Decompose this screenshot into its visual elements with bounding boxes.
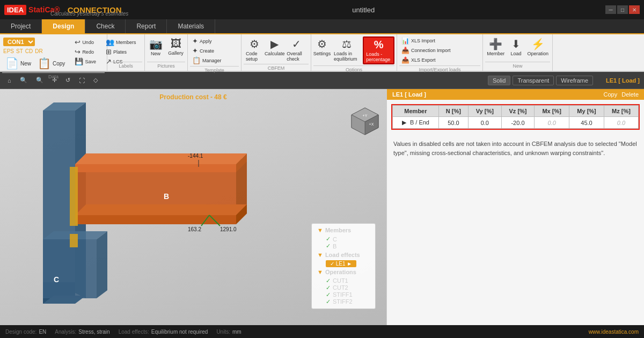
minimize-button[interactable]: ─ [605, 5, 616, 14]
zoom-fit-button[interactable]: 🔍 [17, 76, 31, 85]
analysis-value: Stress, strain [78, 329, 109, 335]
cell-mz[interactable]: 0.0 [604, 117, 638, 129]
maximize-button[interactable]: □ [617, 5, 628, 14]
apply-icon: ✦ [192, 37, 198, 45]
ribbon-group-pictures: 📷 New 🖼 Gallery Pictures [145, 34, 188, 71]
stiff2-item[interactable]: ✓STIFF2 [317, 298, 370, 305]
copy-load-button[interactable]: Copy [604, 91, 618, 98]
new-icon: 📄 [5, 57, 19, 70]
home-button[interactable]: ⌂ [4, 76, 14, 85]
xls-export-icon: 📤 [401, 56, 409, 64]
manager-button[interactable]: 📋Manager [190, 56, 224, 65]
ideastatica-link[interactable]: www.ideastatica.com [589, 329, 639, 335]
cell-member: ▶ B / End [393, 117, 439, 129]
loads-equilibrium-icon: ⚖ [342, 38, 352, 50]
code-setup-button[interactable]: ⚙ Code setup [244, 36, 265, 63]
load-table: Member N [%] Vy [%] Vz [%] Mx [%] My [%]… [392, 105, 639, 129]
code-setup-icon: ⚙ [250, 38, 259, 50]
redo-button[interactable]: ↪Redo [72, 47, 98, 56]
xls-export-button[interactable]: 📤 XLS Export [399, 56, 438, 64]
stiff2-check: ✓ [326, 298, 331, 305]
fullscreen-button[interactable]: ⛶ [76, 76, 88, 85]
cd-tab[interactable]: CD [25, 48, 33, 54]
undo-button[interactable]: ↩Undo [72, 38, 98, 47]
load-effects-arrow: ▼ [317, 252, 323, 258]
apply-button[interactable]: ✦Apply [190, 36, 214, 46]
member-c-item[interactable]: ✓ C [317, 236, 370, 243]
tab-project[interactable]: Project [0, 19, 42, 33]
con-selector[interactable]: CON1 [3, 38, 35, 46]
cell-vz[interactable]: -20.0 [501, 117, 535, 129]
pan-button[interactable]: ✛ [49, 76, 60, 85]
load-button[interactable]: ⬇ Load [507, 36, 524, 57]
cell-mx[interactable]: 0.0 [535, 117, 569, 129]
member-b-item[interactable]: ✓ B [317, 243, 370, 249]
create-button[interactable]: ✦Create [190, 46, 216, 55]
cut2-check: ✓ [326, 284, 331, 291]
cell-my[interactable]: 45.0 [569, 117, 604, 129]
close-button[interactable]: ✕ [629, 5, 640, 14]
le1-item[interactable]: ✓ LE1 ► [317, 260, 370, 267]
connection-import-button[interactable]: 📥 Connection Import [399, 46, 453, 55]
ribbon-group-options: ⚙ Settings ⚖ Loads in equilibrium % Load… [311, 34, 397, 71]
settings-button[interactable]: ⚙ Settings [313, 36, 331, 57]
cell-vy[interactable]: 0.0 [468, 117, 501, 129]
delete-load-button[interactable]: Delete [621, 91, 639, 98]
cut1-check: ✓ [326, 277, 331, 284]
gallery-button[interactable]: 🖼 Gallery [166, 36, 185, 57]
member-button[interactable]: ➕ Member [485, 36, 506, 57]
tab-materials[interactable]: Materials [167, 19, 215, 33]
operations-section: ▼ Operations [317, 269, 370, 275]
loads-percentage-button[interactable]: % Loads - percentage [363, 36, 394, 64]
right-panel: LE1 [ Load ] Copy Delete Member N [%] Vy… [386, 89, 644, 325]
member-b-check: ✓ [326, 243, 331, 249]
rotate-button[interactable]: ↺ [62, 76, 74, 85]
analysis-label: Analysis: [55, 329, 76, 335]
cut2-item[interactable]: ✓CUT2 [317, 284, 370, 291]
svg-marker-8 [75, 164, 236, 172]
zoom-icon: 🔍 [36, 77, 43, 83]
operations-header: Operations [325, 269, 356, 275]
save-button[interactable]: 💾Save [72, 57, 98, 66]
dr-tab[interactable]: DR [35, 48, 42, 54]
zoom-button[interactable]: 🔍 [33, 76, 47, 85]
expand-arrow[interactable]: ▶ [402, 119, 406, 126]
redo-icon: ↪ [75, 48, 80, 56]
calculate-button[interactable]: ▶ Calculate [266, 36, 283, 57]
view-transparent-button[interactable]: Transparent [513, 76, 554, 85]
home-icon: ⌂ [8, 77, 11, 84]
units-label: Units: [216, 329, 230, 335]
overall-check-button[interactable]: ✓ Overall check [284, 36, 309, 63]
load-effects-status-label: Load effects: [119, 329, 149, 335]
operation-button[interactable]: ⚡ Operation [525, 36, 550, 57]
status-load-effects: Load effects: Equilibrium not required [119, 329, 208, 335]
col-n: N [%] [438, 106, 468, 117]
cube-widget[interactable]: +Y +X [349, 105, 381, 137]
cut1-item[interactable]: ✓CUT1 [317, 277, 370, 284]
xls-import-button[interactable]: 📊 XLS Import [399, 36, 437, 45]
view-solid-button[interactable]: Solid [488, 76, 510, 85]
eps-tab[interactable]: EPS [3, 48, 14, 54]
window-controls[interactable]: ─ □ ✕ [605, 5, 640, 14]
svg-marker-14 [43, 239, 97, 298]
copy-icon: 📋 [38, 57, 51, 70]
cell-n[interactable]: 50.0 [438, 117, 468, 129]
load-table-container: Member N [%] Vy [%] Vz [%] Mx [%] My [%]… [391, 104, 640, 130]
tab-design[interactable]: Design [42, 19, 85, 33]
new-button[interactable]: 📄 New [3, 56, 33, 70]
col-my: My [%] [569, 106, 604, 117]
st-tab[interactable]: ST [16, 48, 23, 54]
view-wireframe-button[interactable]: Wireframe [556, 76, 593, 85]
loads-equilibrium-button[interactable]: ⚖ Loads in equilibrium [332, 36, 362, 63]
shape-button[interactable]: ◇ [90, 76, 101, 85]
viewport: Production cost - 48 € [0, 89, 386, 325]
tab-check[interactable]: Check [85, 19, 126, 33]
right-panel-header: LE1 [ Load ] Copy Delete [387, 89, 644, 100]
table-row: ▶ B / End 50.0 0.0 -20.0 0.0 45.0 0.0 [393, 117, 639, 129]
new-label: New [20, 61, 31, 67]
members-arrow: ▼ [317, 227, 323, 233]
tab-report[interactable]: Report [126, 19, 167, 33]
new-picture-button[interactable]: 📷 New [147, 36, 164, 57]
copy-button[interactable]: 📋 Copy [35, 56, 67, 70]
stiff1-item[interactable]: ✓STIFF1 [317, 291, 370, 298]
